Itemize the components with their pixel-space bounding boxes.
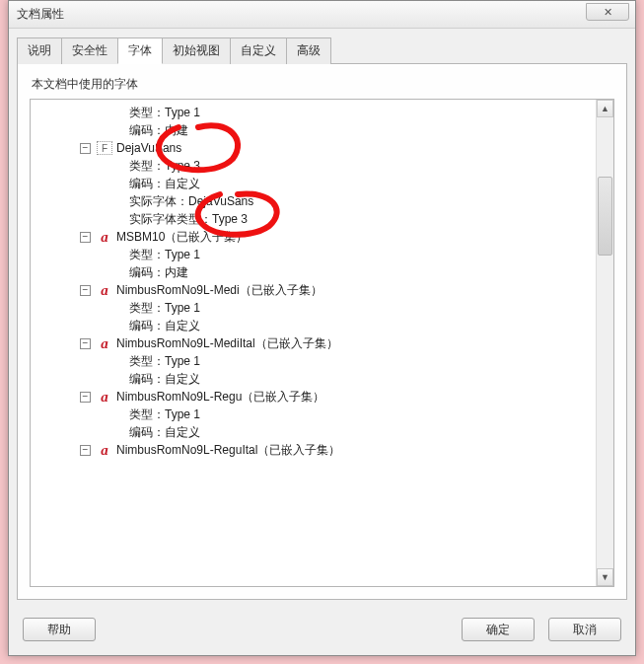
tree-toggle[interactable]: − <box>80 143 91 154</box>
font-node[interactable]: −aNimbusRomNo9L-MediItal（已嵌入子集） <box>31 334 596 352</box>
font-node[interactable]: −aNimbusRomNo9L-ReguItal（已嵌入子集） <box>31 441 596 459</box>
fonts-panel: 本文档中使用的字体 类型：Type 1编码：内建−FDejaVuSans类型：T… <box>17 63 627 600</box>
panel-header: 本文档中使用的字体 <box>30 74 614 99</box>
property-text: 编码：自定义 <box>129 318 200 334</box>
scroll-track[interactable] <box>597 117 613 568</box>
cancel-button[interactable]: 取消 <box>548 618 621 641</box>
window-title: 文档属性 <box>17 6 64 23</box>
close-icon: ✕ <box>604 6 612 19</box>
tab-initial-view[interactable]: 初始视图 <box>162 37 231 64</box>
font-name: MSBM10（已嵌入子集） <box>116 229 248 246</box>
scroll-down-button[interactable]: ▼ <box>597 568 613 586</box>
font-property: 类型：Type 1 <box>31 406 596 423</box>
tab-advanced[interactable]: 高级 <box>286 37 331 64</box>
font-tree: 类型：Type 1编码：内建−FDejaVuSans类型：Type 3编码：自定… <box>31 100 596 586</box>
font-a-icon: a <box>97 336 112 350</box>
font-property: 编码：自定义 <box>31 370 596 388</box>
font-property: 编码：自定义 <box>31 423 596 441</box>
property-text: 实际字体类型：Type 3 <box>129 211 248 228</box>
dialog-button-row: 帮助 确定 取消 <box>9 608 635 655</box>
scroll-up-button[interactable]: ▲ <box>597 100 613 117</box>
font-property: 编码：自定义 <box>31 175 596 192</box>
document-properties-dialog: 文档属性 ✕ 说明 安全性 字体 初始视图 自定义 高级 本文档中使用的字体 类… <box>8 0 636 656</box>
property-text: 类型：Type 1 <box>129 353 200 370</box>
titlebar: 文档属性 ✕ <box>9 1 635 29</box>
scroll-thumb[interactable] <box>598 177 612 256</box>
tree-toggle[interactable]: − <box>80 285 91 296</box>
font-a-icon: a <box>97 230 112 244</box>
caret-down-icon: ▼ <box>601 572 609 582</box>
font-property: 类型：Type 1 <box>31 299 596 317</box>
tree-toggle[interactable]: − <box>80 445 91 456</box>
tab-security[interactable]: 安全性 <box>61 37 118 64</box>
font-property: 编码：内建 <box>31 263 596 281</box>
tab-custom[interactable]: 自定义 <box>230 37 287 64</box>
font-property: 类型：Type 1 <box>31 246 596 263</box>
font-name: NimbusRomNo9L-MediItal（已嵌入子集） <box>116 335 338 352</box>
help-button[interactable]: 帮助 <box>23 618 96 641</box>
font-name: DejaVuSans <box>116 141 181 155</box>
property-text: 实际字体：DejaVuSans <box>129 193 253 210</box>
font-a-icon: a <box>97 390 112 404</box>
property-text: 编码：内建 <box>129 264 188 281</box>
font-a-icon: a <box>97 283 112 297</box>
font-property: 编码：自定义 <box>31 317 596 334</box>
font-name: NimbusRomNo9L-Medi（已嵌入子集） <box>116 282 322 299</box>
font-node[interactable]: −FDejaVuSans <box>31 139 596 157</box>
font-property: 编码：内建 <box>31 121 596 139</box>
font-node[interactable]: −aNimbusRomNo9L-Medi（已嵌入子集） <box>31 281 596 299</box>
vertical-scrollbar: ▲ ▼ <box>596 100 613 586</box>
font-property: 类型：Type 1 <box>31 352 596 370</box>
property-text: 编码：内建 <box>129 122 188 139</box>
font-tree-container: 类型：Type 1编码：内建−FDejaVuSans类型：Type 3编码：自定… <box>30 99 614 587</box>
font-node[interactable]: −aNimbusRomNo9L-Regu（已嵌入子集） <box>31 388 596 406</box>
property-text: 编码：自定义 <box>129 424 200 441</box>
property-text: 编码：自定义 <box>129 176 200 192</box>
font-node[interactable]: −aMSBM10（已嵌入子集） <box>31 228 596 246</box>
font-name: NimbusRomNo9L-Regu（已嵌入子集） <box>116 389 324 406</box>
caret-up-icon: ▲ <box>601 104 609 113</box>
property-text: 类型：Type 1 <box>129 406 200 423</box>
property-text: 类型：Type 3 <box>129 158 200 175</box>
close-button[interactable]: ✕ <box>586 3 629 21</box>
tree-toggle[interactable]: − <box>80 392 91 403</box>
font-a-icon: a <box>97 443 112 457</box>
property-text: 编码：自定义 <box>129 371 200 388</box>
property-text: 类型：Type 1 <box>129 247 200 263</box>
tree-toggle[interactable]: − <box>80 338 91 349</box>
property-text: 类型：Type 1 <box>129 105 200 121</box>
ok-button[interactable]: 确定 <box>462 618 535 641</box>
font-name: NimbusRomNo9L-ReguItal（已嵌入子集） <box>116 442 340 459</box>
font-property: 类型：Type 3 <box>31 157 596 175</box>
tab-fonts[interactable]: 字体 <box>117 37 163 64</box>
font-property: 实际字体类型：Type 3 <box>31 210 596 228</box>
font-property: 类型：Type 1 <box>31 104 596 121</box>
tab-strip: 说明 安全性 字体 初始视图 自定义 高级 <box>9 29 635 63</box>
tree-toggle[interactable]: − <box>80 232 91 243</box>
property-text: 类型：Type 1 <box>129 300 200 317</box>
font-box-icon: F <box>97 141 112 155</box>
tab-description[interactable]: 说明 <box>17 37 62 64</box>
font-property: 实际字体：DejaVuSans <box>31 192 596 210</box>
